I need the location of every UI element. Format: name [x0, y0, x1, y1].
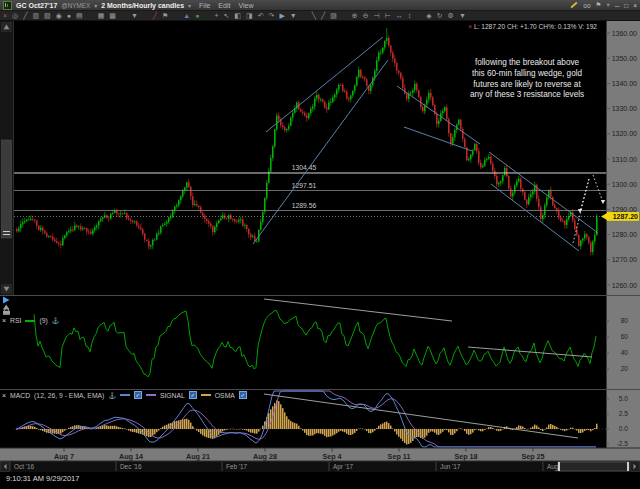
panel-left-icon[interactable]: ◧ [234, 11, 241, 20]
titlebar-right-controls: oo⚑▾─□× [570, 1, 637, 9]
chart-canvas[interactable]: 1360.001350.001340.001330.001320.001310.… [0, 21, 640, 472]
scrollbar-month-label: Feb '17 [226, 463, 248, 470]
date-tick-label: Sep 18 [454, 452, 477, 461]
timeframe-selector[interactable]: 2 Months/Hourly candles [101, 2, 184, 9]
macd-anchor-icon[interactable]: ⚓ [108, 392, 116, 399]
annotation-line: following the breakout above [475, 58, 580, 67]
minimize-button[interactable]: ─ [615, 2, 620, 9]
mountain-icon[interactable]: ▲ [183, 11, 190, 20]
annotate-icon[interactable]: ╱ [153, 11, 157, 20]
scrollbar-month-label: Apr '17 [333, 463, 353, 471]
svg-text:1360.00: 1360.00 [612, 30, 637, 37]
refresh-icon[interactable]: ↻ [437, 11, 443, 20]
svg-text:20: 20 [621, 365, 629, 372]
layout-icon[interactable]: ▦ [98, 11, 105, 20]
resistance-label: 1304.45 [292, 164, 317, 171]
globe-icon[interactable]: ● [195, 11, 199, 20]
macd-visibility-checkbox[interactable]: ✓ [134, 391, 142, 399]
lock-icon[interactable] [3, 311, 10, 315]
close-button[interactable]: × [633, 2, 637, 9]
undo-icon[interactable]: ↶ [258, 11, 264, 20]
scrollbar-thumb[interactable] [558, 462, 629, 471]
snap-right-icon[interactable]: ⊢ [385, 11, 391, 20]
rsi-anchor-icon[interactable]: ⚓ [52, 317, 60, 324]
line-tool-icon[interactable]: ╲ [312, 11, 316, 20]
symbol-title[interactable]: GC Oct27'17 [16, 2, 57, 9]
flag-tool-icon[interactable]: ⚑ [162, 11, 168, 20]
vscroll-thumb[interactable] [2, 140, 12, 238]
osma-label: OSMA [215, 392, 235, 399]
grid-icon[interactable]: ▩ [109, 11, 116, 20]
signal-label: SIGNAL [160, 392, 185, 399]
dot-icon[interactable]: ● [67, 11, 71, 20]
svg-text:1350.00: 1350.00 [612, 55, 637, 62]
timeframe-dropdown-caret[interactable]: ▾ [188, 2, 191, 9]
redo-icon[interactable]: ↷ [269, 11, 275, 20]
svg-text:1280.00: 1280.00 [612, 231, 637, 238]
rsi-line-swatch [25, 320, 35, 322]
center-v-icon[interactable]: ↕ [408, 11, 412, 20]
flag-icon[interactable]: ⚑ [596, 1, 602, 9]
time-scrollbar[interactable] [0, 461, 640, 472]
resistance-label: 1289.56 [292, 202, 317, 209]
target-icon[interactable]: ◈ [426, 11, 431, 20]
trading-app-window: GC Oct27'17 @NYMEX ▾ 2 Months/Hourly can… [0, 0, 640, 489]
delete-icon[interactable]: × [3, 11, 7, 20]
svg-text:1320.00: 1320.00 [612, 130, 637, 137]
menu-edit[interactable]: Edit [218, 2, 230, 9]
folder-icon[interactable]: ▤ [76, 11, 83, 20]
snap-left-icon[interactable]: ⊣ [374, 11, 380, 20]
titlebar: GC Oct27'17 @NYMEX ▾ 2 Months/Hourly can… [0, 0, 640, 10]
date-tick-label: Aug 14 [119, 452, 143, 461]
date-tick-label: Sep 4 [322, 452, 341, 461]
forward-icon[interactable]: ▶ [279, 11, 284, 20]
symbol-dropdown-caret[interactable]: ▾ [94, 2, 97, 9]
svg-text:1287.20: 1287.20 [613, 213, 638, 220]
svg-text:5.0: 5.0 [619, 395, 628, 402]
annotation-line: futures are likely to reverse at [473, 80, 581, 89]
pen-tool-icon[interactable]: ╱ [321, 11, 325, 20]
signal-visibility-checkbox[interactable]: ✓ [189, 391, 197, 399]
gear-icon[interactable]: ⚙ [448, 11, 454, 20]
paint-icon[interactable]: ▧ [44, 11, 51, 20]
cursor-icon[interactable]: ↖ [224, 11, 230, 20]
link-rings-icon[interactable]: oo [583, 2, 590, 9]
zoom-in-icon[interactable]: ⊕ [352, 11, 358, 20]
macd-label[interactable]: MACD [10, 392, 30, 399]
osma-visibility-checkbox[interactable]: ✓ [239, 391, 247, 399]
svg-text:0.0: 0.0 [619, 425, 628, 432]
macd-close-button[interactable]: × [2, 392, 6, 399]
plus-icon[interactable]: + [215, 11, 219, 20]
svg-text:2.5: 2.5 [619, 410, 628, 417]
hatch-icon[interactable]: ▨ [330, 11, 337, 20]
flag-dropdown-caret[interactable]: ▾ [606, 1, 609, 9]
columns-icon[interactable]: ▥ [32, 11, 39, 20]
svg-text:60: 60 [621, 333, 629, 340]
filter2-icon[interactable]: ▼ [290, 11, 297, 20]
center-h-icon[interactable]: ↔ [396, 11, 403, 20]
zoom-out-icon[interactable]: ⊖ [363, 11, 369, 20]
rsi-panel-header: × RSI (9) ⚓ [2, 316, 59, 325]
pencil-icon[interactable]: ╱ [23, 11, 27, 20]
maximize-button[interactable]: □ [624, 2, 628, 9]
filter-icon[interactable]: ▼ [131, 11, 138, 20]
svg-text:1270.00: 1270.00 [612, 256, 637, 263]
svg-text:1290.00: 1290.00 [612, 206, 637, 213]
annotation-line: any of these 3 resistance levels [470, 90, 584, 99]
panel-right-icon[interactable]: ◨ [246, 11, 253, 20]
menu-view[interactable]: View [238, 2, 253, 9]
rsi-close-button[interactable]: × [2, 317, 6, 324]
crosshair-icon[interactable]: ◎ [12, 11, 18, 20]
rsi-period: (9) [39, 317, 47, 324]
menu-file[interactable]: File [199, 2, 210, 9]
eye-icon[interactable]: ◉ [56, 11, 62, 20]
caret-icon[interactable]: ▼ [459, 11, 466, 20]
rsi-label[interactable]: RSI [10, 317, 21, 324]
svg-text:1310.00: 1310.00 [612, 156, 637, 163]
date-tick-label: Aug 21 [186, 452, 210, 461]
svg-text:40: 40 [621, 349, 629, 356]
draw-pencil-icon[interactable] [571, 2, 578, 9]
date-tick-label: Sep 11 [388, 452, 411, 461]
scrollbar-month-label: Jun '17 [440, 463, 461, 470]
macd-line-swatch [120, 394, 130, 396]
